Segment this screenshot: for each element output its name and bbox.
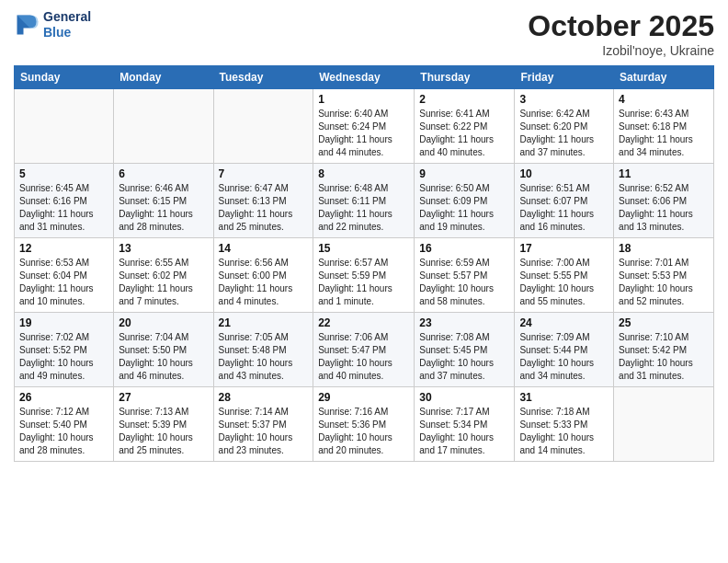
day-number: 25	[619, 316, 709, 329]
day-info: Sunrise: 7:18 AM Sunset: 5:33 PM Dayligh…	[519, 406, 609, 457]
day-number: 13	[119, 242, 208, 255]
day-info: Sunrise: 6:46 AM Sunset: 6:15 PM Dayligh…	[119, 182, 208, 234]
header: General Blue October 2025 Izobil'noye, U…	[14, 9, 714, 58]
day-info: Sunrise: 7:14 AM Sunset: 5:37 PM Dayligh…	[219, 406, 309, 457]
calendar-cell: 5Sunrise: 6:45 AM Sunset: 6:16 PM Daylig…	[15, 164, 114, 238]
day-info: Sunrise: 6:51 AM Sunset: 6:07 PM Dayligh…	[519, 182, 609, 234]
calendar-cell: 21Sunrise: 7:05 AM Sunset: 5:48 PM Dayli…	[213, 313, 313, 387]
logo-icon	[14, 12, 40, 38]
calendar-header: SundayMondayTuesdayWednesdayThursdayFrid…	[15, 66, 714, 89]
calendar-cell: 17Sunrise: 7:00 AM Sunset: 5:55 PM Dayli…	[515, 238, 614, 313]
week-row: 5Sunrise: 6:45 AM Sunset: 6:16 PM Daylig…	[15, 164, 714, 238]
day-info: Sunrise: 7:17 AM Sunset: 5:34 PM Dayligh…	[419, 406, 509, 457]
day-info: Sunrise: 7:05 AM Sunset: 5:48 PM Dayligh…	[219, 331, 309, 383]
weekday-header: Monday	[114, 66, 213, 89]
day-info: Sunrise: 6:59 AM Sunset: 5:57 PM Dayligh…	[419, 257, 509, 308]
logo: General Blue	[14, 9, 91, 40]
calendar-cell: 8Sunrise: 6:48 AM Sunset: 6:11 PM Daylig…	[313, 164, 415, 238]
day-number: 28	[219, 391, 309, 404]
day-info: Sunrise: 6:52 AM Sunset: 6:06 PM Dayligh…	[619, 182, 709, 234]
calendar-cell: 4Sunrise: 6:43 AM Sunset: 6:18 PM Daylig…	[614, 89, 714, 164]
day-number: 9	[419, 167, 509, 180]
day-info: Sunrise: 7:01 AM Sunset: 5:53 PM Dayligh…	[619, 257, 709, 308]
day-info: Sunrise: 6:48 AM Sunset: 6:11 PM Dayligh…	[318, 182, 409, 234]
location: Izobil'noye, Ukraine	[528, 43, 714, 58]
day-info: Sunrise: 7:04 AM Sunset: 5:50 PM Dayligh…	[119, 331, 208, 383]
day-number: 4	[619, 93, 709, 106]
day-number: 2	[419, 93, 509, 106]
day-info: Sunrise: 6:50 AM Sunset: 6:09 PM Dayligh…	[419, 182, 509, 234]
calendar-cell: 25Sunrise: 7:10 AM Sunset: 5:42 PM Dayli…	[614, 313, 714, 387]
weekday-header: Sunday	[15, 66, 114, 89]
day-number: 23	[419, 316, 509, 329]
calendar-cell: 20Sunrise: 7:04 AM Sunset: 5:50 PM Dayli…	[114, 313, 213, 387]
calendar-cell: 26Sunrise: 7:12 AM Sunset: 5:40 PM Dayli…	[15, 387, 114, 462]
day-number: 19	[19, 316, 108, 329]
day-info: Sunrise: 6:53 AM Sunset: 6:04 PM Dayligh…	[19, 257, 108, 308]
day-number: 5	[19, 167, 108, 180]
calendar-body: 1Sunrise: 6:40 AM Sunset: 6:24 PM Daylig…	[15, 89, 714, 462]
day-info: Sunrise: 6:55 AM Sunset: 6:02 PM Dayligh…	[119, 257, 208, 308]
title-block: October 2025 Izobil'noye, Ukraine	[528, 9, 714, 58]
calendar-cell: 3Sunrise: 6:42 AM Sunset: 6:20 PM Daylig…	[515, 89, 614, 164]
day-number: 22	[318, 316, 409, 329]
calendar-cell: 30Sunrise: 7:17 AM Sunset: 5:34 PM Dayli…	[415, 387, 515, 462]
calendar-cell: 19Sunrise: 7:02 AM Sunset: 5:52 PM Dayli…	[15, 313, 114, 387]
calendar-cell: 14Sunrise: 6:56 AM Sunset: 6:00 PM Dayli…	[213, 238, 313, 313]
calendar-table: SundayMondayTuesdayWednesdayThursdayFrid…	[14, 65, 714, 462]
day-number: 31	[519, 391, 609, 404]
day-number: 7	[219, 167, 309, 180]
calendar-cell: 12Sunrise: 6:53 AM Sunset: 6:04 PM Dayli…	[15, 238, 114, 313]
weekday-row: SundayMondayTuesdayWednesdayThursdayFrid…	[15, 66, 714, 89]
day-info: Sunrise: 7:09 AM Sunset: 5:44 PM Dayligh…	[519, 331, 609, 383]
calendar-cell	[114, 89, 213, 164]
day-number: 18	[619, 242, 709, 255]
week-row: 12Sunrise: 6:53 AM Sunset: 6:04 PM Dayli…	[15, 238, 714, 313]
day-number: 6	[119, 167, 208, 180]
logo-text: General Blue	[43, 9, 91, 40]
day-info: Sunrise: 6:43 AM Sunset: 6:18 PM Dayligh…	[619, 108, 709, 159]
page: General Blue October 2025 Izobil'noye, U…	[0, 0, 728, 563]
week-row: 19Sunrise: 7:02 AM Sunset: 5:52 PM Dayli…	[15, 313, 714, 387]
day-info: Sunrise: 7:13 AM Sunset: 5:39 PM Dayligh…	[119, 406, 208, 457]
day-number: 17	[519, 242, 609, 255]
day-info: Sunrise: 6:41 AM Sunset: 6:22 PM Dayligh…	[419, 108, 509, 159]
weekday-header: Saturday	[614, 66, 714, 89]
weekday-header: Tuesday	[213, 66, 313, 89]
calendar-cell: 28Sunrise: 7:14 AM Sunset: 5:37 PM Dayli…	[213, 387, 313, 462]
day-number: 14	[219, 242, 309, 255]
day-info: Sunrise: 7:08 AM Sunset: 5:45 PM Dayligh…	[419, 331, 509, 383]
calendar-cell: 11Sunrise: 6:52 AM Sunset: 6:06 PM Dayli…	[614, 164, 714, 238]
day-info: Sunrise: 6:57 AM Sunset: 5:59 PM Dayligh…	[318, 257, 409, 308]
day-number: 29	[318, 391, 409, 404]
day-info: Sunrise: 7:10 AM Sunset: 5:42 PM Dayligh…	[619, 331, 709, 383]
calendar-cell	[15, 89, 114, 164]
day-number: 8	[318, 167, 409, 180]
day-number: 11	[619, 167, 709, 180]
week-row: 1Sunrise: 6:40 AM Sunset: 6:24 PM Daylig…	[15, 89, 714, 164]
day-number: 1	[318, 93, 409, 106]
day-number: 27	[119, 391, 208, 404]
calendar-cell: 29Sunrise: 7:16 AM Sunset: 5:36 PM Dayli…	[313, 387, 415, 462]
day-info: Sunrise: 7:16 AM Sunset: 5:36 PM Dayligh…	[318, 406, 409, 457]
day-number: 30	[419, 391, 509, 404]
calendar-cell: 1Sunrise: 6:40 AM Sunset: 6:24 PM Daylig…	[313, 89, 415, 164]
day-info: Sunrise: 7:00 AM Sunset: 5:55 PM Dayligh…	[519, 257, 609, 308]
day-number: 21	[219, 316, 309, 329]
day-info: Sunrise: 6:42 AM Sunset: 6:20 PM Dayligh…	[519, 108, 609, 159]
calendar-cell	[614, 387, 714, 462]
day-number: 24	[519, 316, 609, 329]
day-number: 12	[19, 242, 108, 255]
calendar-cell: 13Sunrise: 6:55 AM Sunset: 6:02 PM Dayli…	[114, 238, 213, 313]
calendar-cell: 31Sunrise: 7:18 AM Sunset: 5:33 PM Dayli…	[515, 387, 614, 462]
day-number: 3	[519, 93, 609, 106]
calendar-cell: 9Sunrise: 6:50 AM Sunset: 6:09 PM Daylig…	[415, 164, 515, 238]
week-row: 26Sunrise: 7:12 AM Sunset: 5:40 PM Dayli…	[15, 387, 714, 462]
calendar-cell: 18Sunrise: 7:01 AM Sunset: 5:53 PM Dayli…	[614, 238, 714, 313]
month-title: October 2025	[528, 9, 714, 43]
calendar-cell: 16Sunrise: 6:59 AM Sunset: 5:57 PM Dayli…	[415, 238, 515, 313]
calendar-cell: 24Sunrise: 7:09 AM Sunset: 5:44 PM Dayli…	[515, 313, 614, 387]
day-number: 26	[19, 391, 108, 404]
calendar-cell: 2Sunrise: 6:41 AM Sunset: 6:22 PM Daylig…	[415, 89, 515, 164]
day-number: 16	[419, 242, 509, 255]
